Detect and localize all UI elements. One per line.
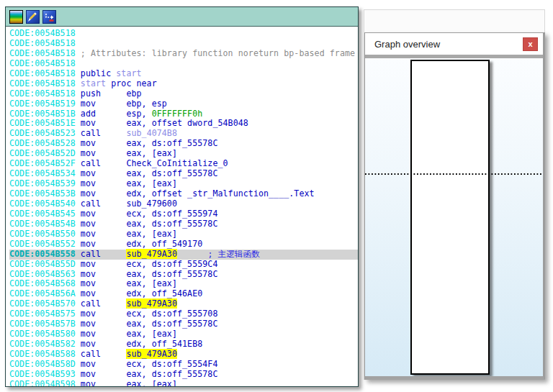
asm-line[interactable]: CODE:0054B598 mov eax, [eax] (9, 380, 358, 386)
asm-segment: mov eax, ds:off_55578C (76, 138, 218, 148)
asm-line[interactable]: CODE:0054B53B mov edx, offset _str_Malfu… (9, 189, 358, 199)
asm-line[interactable]: CODE:0054B545 mov ecx, ds:off_555974 (9, 209, 358, 219)
asm-line[interactable]: CODE:0054B582 mov edx, off_541EB8 (9, 339, 358, 350)
asm-line[interactable]: CODE:0054B55D mov ecx, ds:off_5559C4 (9, 260, 358, 270)
asm-segment: mov eax, [eax] (76, 178, 177, 188)
graph-overview-title: Graph overview (365, 39, 523, 50)
asm-line[interactable]: CODE:0054B518 (9, 39, 358, 49)
asm-line[interactable]: CODE:0054B57B mov eax, ds:off_55578C (9, 319, 358, 329)
asm-segment: CODE:0054B518 (9, 38, 76, 48)
asm-line[interactable]: CODE:0054B518 start proc near (9, 79, 358, 89)
asm-segment: CODE:0054B539 (9, 178, 76, 188)
asm-segment: call (76, 298, 127, 309)
asm-segment: CODE:0054B518 (9, 68, 76, 78)
asm-line[interactable]: CODE:0054B54B mov eax, ds:off_55578C (9, 219, 358, 229)
disassembly-toolbar (6, 7, 358, 27)
asm-line[interactable]: CODE:0054B518 ; Attributes: library func… (9, 49, 358, 59)
graph-overview-window: Graph overview x (364, 32, 545, 380)
graph-overview-titlebar[interactable]: Graph overview x (365, 33, 543, 55)
asm-line[interactable]: CODE:0054B570 call sub_479A30 (9, 299, 358, 309)
asm-line[interactable]: CODE:0054B558 call sub_479A30 ; 主逻辑函数 (9, 250, 358, 260)
asm-line[interactable]: CODE:0054B518 (9, 29, 358, 39)
asm-line[interactable]: CODE:0054B580 mov eax, [eax] (9, 329, 358, 339)
asm-segment: mov eax, [eax] (76, 148, 177, 158)
asm-line[interactable]: CODE:0054B552 mov edx, off_549170 (9, 240, 358, 250)
asm-segment: CODE:0054B534 (9, 168, 76, 178)
asm-line[interactable]: CODE:0054B518 push ebp (9, 89, 358, 99)
asm-segment: mov eax, [eax] (76, 229, 177, 239)
asm-segment: mov eax, [eax] (76, 329, 177, 339)
asm-line[interactable]: CODE:0054B540 call sub_479600 (9, 199, 358, 209)
asm-segment: CODE:0054B51E (9, 118, 76, 128)
asm-segment: mov ecx, ds:off_5559C4 (76, 259, 218, 269)
asm-segment: CODE:0054B52F (9, 158, 76, 168)
edit-pencil-icon[interactable] (26, 10, 40, 24)
asm-segment: sub_4074B8 (126, 128, 177, 138)
asm-line[interactable]: CODE:0054B528 mov eax, ds:off_55578C (9, 139, 358, 149)
asm-segment: proc near (111, 78, 157, 88)
asm-segment: CODE:0054B593 (9, 369, 76, 379)
asm-segment: CODE:0054B55D (9, 259, 76, 269)
asm-line[interactable]: CODE:0054B51E mov eax, offset dword_54B0… (9, 119, 358, 129)
asm-line[interactable]: CODE:0054B518 (9, 59, 358, 69)
colors-palette-icon[interactable] (9, 10, 23, 24)
asm-segment: CODE:0054B528 (9, 138, 76, 148)
asm-segment: CODE:0054B56A (9, 288, 76, 298)
asm-segment: call Check_CoInitialize_0 (76, 158, 228, 168)
asm-segment: CODE:0054B588 (9, 349, 76, 359)
asm-segment: start (116, 68, 141, 78)
asm-segment: mov eax, [eax] (76, 278, 177, 288)
asm-segment: mov edx, offset _str_Malfunction____.Tex… (76, 188, 315, 199)
asm-line[interactable]: CODE:0054B593 mov eax, ds:off_55578C (9, 370, 358, 380)
asm-segment: mov eax, [eax] (76, 379, 177, 386)
asm-line[interactable]: CODE:0054B550 mov eax, [eax] (9, 229, 358, 240)
graph-overview-canvas[interactable] (365, 58, 543, 376)
asm-segment (177, 249, 207, 259)
asm-segment: mov eax, ds:off_55578C (76, 219, 218, 229)
asm-segment: 0FFFFFFF0h (152, 109, 203, 119)
asm-line[interactable]: CODE:0054B52D mov eax, [eax] (9, 149, 358, 159)
asm-segment: ; 主逻辑函数 (207, 249, 260, 259)
asm-line[interactable]: CODE:0054B519 mov ebp, esp (9, 99, 358, 109)
asm-segment: CODE:0054B582 (9, 339, 76, 349)
asm-line[interactable]: CODE:0054B588 call sub_479A30 (9, 350, 358, 360)
asm-segment: push ebp (76, 88, 142, 99)
asm-line[interactable]: CODE:0054B575 mov ecx, ds:off_555708 (9, 309, 358, 319)
asm-line[interactable]: CODE:0054B563 mov eax, ds:off_55578C (9, 270, 358, 280)
asm-segment: mov ecx, ds:off_555708 (76, 309, 218, 319)
close-icon[interactable]: x (523, 37, 538, 51)
graph-node-rect[interactable] (410, 60, 490, 375)
asm-segment: CODE:0054B550 (9, 229, 76, 239)
asm-line[interactable]: CODE:0054B51B add esp, 0FFFFFFF0h (9, 109, 358, 119)
asm-segment: CODE:0054B575 (9, 309, 76, 319)
dotted-divider-line (365, 173, 543, 175)
asm-segment: call (76, 349, 127, 359)
asm-segment: mov eax, offset dword_54B048 (76, 118, 248, 128)
asm-segment: mov eax, ds:off_55578C (76, 369, 218, 379)
asm-line[interactable]: CODE:0054B539 mov eax, [eax] (9, 179, 358, 189)
asm-line[interactable]: CODE:0054B52F call Check_CoInitialize_0 (9, 159, 358, 169)
asm-segment: add esp, (76, 109, 152, 119)
asm-segment: CODE:0054B540 (9, 199, 76, 209)
asm-segment: mov ecx, ds:off_555974 (76, 209, 218, 219)
asm-segment: CODE:0054B558 (9, 249, 76, 259)
asm-segment: CODE:0054B598 (9, 379, 76, 386)
asm-line[interactable]: CODE:0054B568 mov eax, [eax] (9, 279, 358, 289)
asm-segment: mov eax, ds:off_55578C (76, 168, 218, 178)
code-listing[interactable]: CODE:0054B518CODE:0054B518CODE:0054B518 … (6, 27, 358, 386)
asm-segment: CODE:0054B519 (9, 99, 76, 109)
asm-segment: CODE:0054B518 (9, 48, 76, 58)
asm-line[interactable]: CODE:0054B58D mov ecx, ds:off_5554F4 (9, 360, 358, 370)
asm-segment: CODE:0054B518 (9, 78, 76, 88)
jump-trace-icon[interactable] (42, 10, 56, 24)
asm-line[interactable]: CODE:0054B56A mov edx, off_546AE0 (9, 289, 358, 299)
asm-segment: mov ecx, ds:off_5554F4 (76, 359, 218, 369)
disassembly-window: CODE:0054B518CODE:0054B518CODE:0054B518 … (5, 6, 359, 387)
asm-segment: call (76, 249, 127, 259)
asm-line[interactable]: CODE:0054B518 public start (9, 69, 358, 79)
asm-segment: CODE:0054B58D (9, 359, 76, 369)
asm-line[interactable]: CODE:0054B534 mov eax, ds:off_55578C (9, 169, 358, 179)
asm-line[interactable]: CODE:0054B523 call sub_4074B8 (9, 129, 358, 139)
asm-segment: sub_479A30 (126, 249, 177, 259)
asm-segment: call (76, 128, 127, 138)
